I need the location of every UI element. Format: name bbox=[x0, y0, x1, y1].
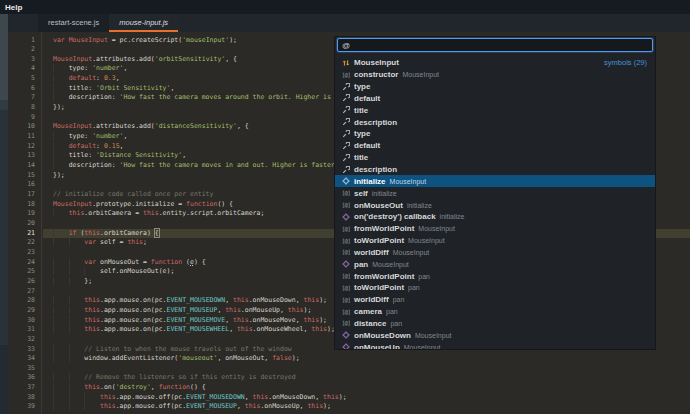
symbol-label: onMouseDown bbox=[354, 331, 411, 340]
symbol-detail: initialize bbox=[440, 213, 465, 220]
line-number: 12 bbox=[8, 142, 41, 152]
symbol-detail: MouseInput bbox=[390, 178, 427, 185]
line-number: 3 bbox=[8, 55, 41, 65]
symbol-item-onmousedown[interactable]: onMouseDownMouseInput bbox=[335, 329, 655, 341]
code-line[interactable] bbox=[43, 364, 690, 374]
symbol-item-description[interactable]: description bbox=[335, 164, 655, 176]
symbol-item-onmouseout[interactable]: [@]onMouseOutinitialize bbox=[335, 199, 655, 211]
symbol-item-worlddiff[interactable]: [@]worldDiffpan bbox=[335, 294, 655, 306]
symbol-label: title bbox=[354, 106, 368, 115]
method-symbol-icon bbox=[341, 212, 351, 221]
code-line[interactable]: this.app.mouse.off(pc.EVENT_MOUSEUP, thi… bbox=[43, 402, 690, 412]
left-panel-segment bbox=[0, 110, 8, 345]
symbol-item-constructor[interactable]: [@]constructorMouseInput bbox=[335, 69, 655, 81]
line-number: 2 bbox=[8, 45, 41, 55]
line-number: 20 bbox=[8, 219, 41, 229]
property-symbol-icon bbox=[341, 153, 351, 162]
property-symbol-icon bbox=[341, 129, 351, 138]
symbol-label: type bbox=[354, 82, 370, 91]
symbol-item-initialize[interactable]: initializeMouseInput bbox=[335, 175, 655, 187]
property-symbol-icon bbox=[341, 106, 351, 115]
symbol-item-description[interactable]: description bbox=[335, 116, 655, 128]
line-number: 32 bbox=[8, 335, 41, 345]
code-line[interactable]: window.addEventListener('mouseout', onMo… bbox=[43, 354, 690, 364]
symbol-detail: pan bbox=[418, 273, 430, 280]
symbol-detail: MouseInput bbox=[408, 237, 445, 244]
variable-symbol-icon: [@] bbox=[341, 248, 351, 257]
line-number: 5 bbox=[8, 74, 41, 84]
line-number: 9 bbox=[8, 113, 41, 123]
symbol-item-default[interactable]: default bbox=[335, 93, 655, 105]
code-line[interactable]: this.on('destroy', function() { bbox=[43, 383, 690, 393]
variable-symbol-icon: [@] bbox=[341, 189, 351, 198]
symbol-list: MouseInputsymbols (29)[@]constructorMous… bbox=[335, 57, 655, 350]
left-panel-edge bbox=[0, 14, 8, 414]
variable-symbol-icon: [@] bbox=[341, 283, 351, 292]
property-symbol-icon bbox=[341, 94, 351, 103]
method-symbol-icon bbox=[341, 331, 351, 340]
symbol-label: on('destroy') callback bbox=[354, 212, 436, 221]
symbol-label: constructor bbox=[354, 70, 398, 79]
variable-symbol-icon: [@] bbox=[341, 319, 351, 328]
left-panel-segment bbox=[0, 14, 8, 100]
line-number: 17 bbox=[8, 190, 41, 200]
symbol-item-type[interactable]: type bbox=[335, 81, 655, 93]
line-number: 27 bbox=[8, 287, 41, 297]
variable-symbol-icon: [@] bbox=[341, 70, 351, 79]
symbol-item-type[interactable]: type bbox=[335, 128, 655, 140]
tab-restart-scene-js[interactable]: restart-scene.js bbox=[38, 14, 109, 32]
symbol-search-input[interactable] bbox=[337, 38, 653, 52]
line-number: 28 bbox=[8, 296, 41, 306]
symbol-label: MouseInput bbox=[354, 58, 399, 67]
property-symbol-icon bbox=[341, 165, 351, 174]
code-line[interactable]: // Remove the listeners so if this entit… bbox=[43, 373, 690, 383]
variable-symbol-icon: [@] bbox=[341, 307, 351, 316]
symbol-detail: pan bbox=[390, 320, 402, 327]
left-panel-segment bbox=[0, 100, 8, 110]
method-symbol-icon bbox=[341, 177, 351, 186]
symbol-label: camera bbox=[354, 307, 382, 316]
symbol-item-on-destroy-callback[interactable]: on('destroy') callbackinitialize bbox=[335, 211, 655, 223]
symbol-label: worldDiff bbox=[354, 248, 389, 257]
symbol-detail: MouseInput bbox=[393, 249, 430, 256]
symbol-item-toworldpoint[interactable]: [@]toWorldPointMouseInput bbox=[335, 235, 655, 247]
symbol-item-worlddiff[interactable]: [@]worldDiffMouseInput bbox=[335, 247, 655, 259]
line-number: 39 bbox=[8, 402, 41, 412]
line-number: 7 bbox=[8, 93, 41, 103]
symbol-label: onMouseUp bbox=[354, 343, 400, 350]
line-number: 31 bbox=[8, 325, 41, 335]
line-number: 22 bbox=[8, 238, 41, 248]
property-symbol-icon bbox=[341, 118, 351, 127]
symbol-item-mouseinput[interactable]: MouseInputsymbols (29) bbox=[335, 57, 655, 69]
variable-symbol-icon: [@] bbox=[341, 295, 351, 304]
line-number: 1 bbox=[8, 36, 41, 46]
symbol-detail: initialize bbox=[372, 190, 397, 197]
symbol-item-camera[interactable]: [@]camerapan bbox=[335, 306, 655, 318]
menu-item-help[interactable]: Help bbox=[0, 0, 27, 14]
symbol-item-self[interactable]: [@]selfinitialize bbox=[335, 187, 655, 199]
symbol-item-fromworldpoint[interactable]: [@]fromWorldPointpan bbox=[335, 270, 655, 282]
line-number: 11 bbox=[8, 132, 41, 142]
symbol-item-title[interactable]: title bbox=[335, 104, 655, 116]
symbol-detail: pan bbox=[393, 296, 405, 303]
symbol-label: onMouseOut bbox=[354, 201, 403, 210]
method-symbol-icon bbox=[341, 343, 351, 350]
symbol-item-toworldpoint[interactable]: [@]toWorldPointpan bbox=[335, 282, 655, 294]
line-number: 26 bbox=[8, 277, 41, 287]
class-symbol-icon bbox=[341, 58, 351, 67]
symbol-item-title[interactable]: title bbox=[335, 152, 655, 164]
symbol-item-default[interactable]: default bbox=[335, 140, 655, 152]
tab-mouse-input-js[interactable]: mouse-input.js bbox=[109, 14, 178, 32]
line-number: 38 bbox=[8, 393, 41, 403]
line-number: 19 bbox=[8, 209, 41, 219]
line-number: 13 bbox=[8, 151, 41, 161]
line-number: 24 bbox=[8, 258, 41, 268]
code-line[interactable]: this.app.mouse.off(pc.EVENT_MOUSEDOWN, t… bbox=[43, 393, 690, 403]
symbol-item-fromworldpoint[interactable]: [@]fromWorldPointMouseInput bbox=[335, 223, 655, 235]
symbol-item-distance[interactable]: [@]distancepan bbox=[335, 318, 655, 330]
symbols-count-badge: symbols (29) bbox=[604, 58, 649, 67]
symbol-item-pan[interactable]: panMouseInput bbox=[335, 258, 655, 270]
symbol-item-onmouseup[interactable]: onMouseUpMouseInput bbox=[335, 341, 655, 350]
line-number: 30 bbox=[8, 316, 41, 326]
line-number: 23 bbox=[8, 248, 41, 258]
